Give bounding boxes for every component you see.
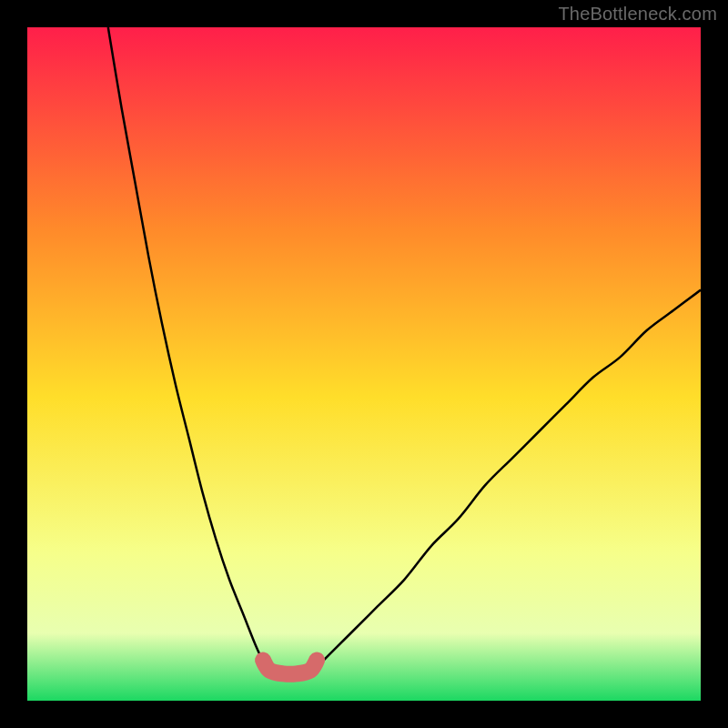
gradient-background — [27, 27, 701, 701]
chart-frame: TheBottleneck.com — [0, 0, 728, 728]
plot-area — [27, 27, 701, 701]
watermark-text: TheBottleneck.com — [558, 4, 717, 25]
chart-svg — [27, 27, 701, 701]
